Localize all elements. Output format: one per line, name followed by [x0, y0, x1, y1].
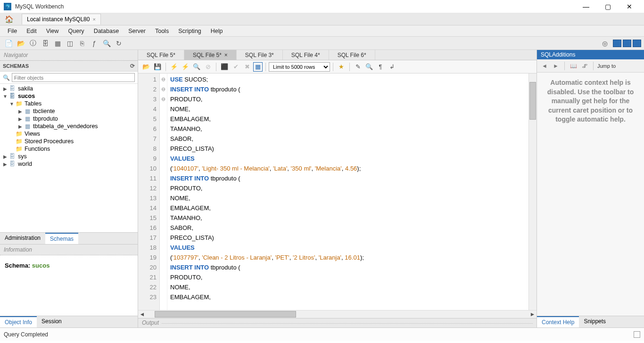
close-icon[interactable]: × — [92, 16, 95, 22]
new-procedure-icon[interactable]: ⎘ — [76, 38, 88, 49]
connection-tab[interactable]: Local instance MySQL80 × — [22, 14, 101, 24]
open-sql-icon[interactable]: 📂 — [15, 38, 26, 49]
search-table-icon[interactable]: 🔍 — [101, 38, 112, 49]
toggle-invisible-icon[interactable]: ¶ — [375, 62, 386, 72]
sql-tab-4[interactable]: SQL File 6* — [329, 50, 375, 60]
scroll-right-icon[interactable]: ► — [528, 311, 537, 318]
inspector-icon[interactable]: ⓘ — [27, 38, 39, 49]
filter-row: 🔍 — [0, 72, 138, 84]
nav-back-icon[interactable]: ◄ — [540, 63, 549, 69]
sql-tab-3[interactable]: SQL File 4* — [283, 50, 329, 60]
tree-item-tbtabela_de_vendedores[interactable]: ▶▦tbtabela_de_vendedores — [0, 122, 138, 130]
refresh-icon[interactable]: ⟳ — [130, 63, 135, 69]
menu-file[interactable]: File — [3, 26, 22, 36]
new-table-icon[interactable]: ▦ — [52, 38, 63, 49]
menu-scripting[interactable]: Scripting — [173, 26, 206, 36]
titlebar: 🐬 MySQL Workbench — ▢ ✕ — [0, 0, 644, 13]
beautify-icon[interactable]: ✎ — [353, 62, 363, 72]
tab-session[interactable]: Session — [37, 316, 66, 327]
new-sql-tab-icon[interactable]: 📄 — [3, 38, 14, 49]
rollback-icon[interactable]: ✖ — [242, 62, 252, 72]
sql-tab-2[interactable]: SQL File 3* — [237, 50, 283, 60]
schemas-label: SCHEMAS — [3, 63, 29, 69]
tree-item-world[interactable]: ▶🗄world — [0, 160, 138, 168]
save-icon[interactable]: 💾 — [152, 62, 163, 72]
layout-left-button[interactable] — [613, 40, 621, 47]
stop-icon[interactable]: ⊘ — [203, 62, 213, 72]
close-icon[interactable]: × — [224, 52, 228, 58]
tree-item-tbcliente[interactable]: ▶▦tbcliente — [0, 107, 138, 115]
jump-to-label[interactable]: Jump to — [597, 63, 616, 69]
scroll-thumb[interactable] — [155, 311, 296, 318]
minimize-button[interactable]: — — [575, 0, 597, 13]
filter-input[interactable] — [12, 73, 135, 82]
layout-bottom-button[interactable] — [623, 40, 631, 47]
settings-icon[interactable]: ◎ — [599, 38, 611, 49]
tree-item-sakila[interactable]: ▶🗄sakila — [0, 85, 138, 92]
editor-toolbar: 📂 💾 ⚡ ⚡ 🔍 ⊘ ⬛ ✔ ✖ ▦ Limit to 5000 rows ★… — [138, 60, 537, 74]
fold-gutter[interactable]: ⊖⊖⊖ — [160, 74, 167, 310]
app-title: MySQL Workbench — [15, 3, 64, 10]
tree-item-views[interactable]: 📁Views — [0, 130, 138, 138]
tree-item-functions[interactable]: 📁Functions — [0, 145, 138, 153]
navigator-title: Navigator — [0, 50, 138, 61]
sql-tab-1[interactable]: SQL File 5*× — [184, 50, 237, 60]
menu-database[interactable]: Database — [89, 26, 124, 36]
schema-tree[interactable]: ▶🗄sakila▼🗄sucos▼📁Tables▶▦tbcliente▶▦tbpr… — [0, 84, 138, 232]
execute-icon[interactable]: ⚡ — [169, 62, 179, 72]
nav-forward-icon[interactable]: ► — [551, 63, 561, 69]
limit-select[interactable]: Limit to 5000 rows — [269, 62, 330, 72]
output-label: Output — [142, 319, 162, 326]
tree-item-sucos[interactable]: ▼🗄sucos — [0, 92, 138, 100]
wrap-icon[interactable]: ↲ — [387, 62, 397, 72]
new-function-icon[interactable]: ƒ — [89, 38, 100, 49]
right-tabs: Context Help Snippets — [537, 316, 644, 327]
maximize-button[interactable]: ▢ — [597, 0, 619, 13]
menu-edit[interactable]: Edit — [22, 26, 41, 36]
open-file-icon[interactable]: 📂 — [141, 62, 151, 72]
explain-icon[interactable]: 🔍 — [191, 62, 202, 72]
info-schema-value: sucos — [32, 262, 50, 269]
execute-current-icon[interactable]: ⚡ — [180, 62, 190, 72]
code-area[interactable]: USE SUCOS;INSERT INTO tbproduto (PRODUTO… — [167, 74, 537, 310]
reconnect-icon[interactable]: ↻ — [113, 38, 124, 49]
tab-object-info[interactable]: Object Info — [0, 316, 37, 327]
tab-schemas[interactable]: Schemas — [45, 233, 78, 244]
close-button[interactable]: ✕ — [619, 0, 640, 13]
tree-item-sys[interactable]: ▶🗄sys — [0, 153, 138, 160]
tab-administration[interactable]: Administration — [0, 233, 45, 244]
navigator-tabs: Administration Schemas — [0, 232, 138, 244]
information-panel: Information Schema: sucos — [0, 244, 138, 316]
toggle-autocommit-icon[interactable]: ⬛ — [219, 62, 230, 72]
sql-tab-0[interactable]: SQL File 5* — [138, 50, 184, 60]
menu-view[interactable]: View — [41, 26, 64, 36]
tree-item-tables[interactable]: ▼📁Tables — [0, 100, 138, 107]
new-schema-icon[interactable]: 🗄 — [40, 38, 51, 49]
status-bar: Query Completed — [0, 327, 644, 341]
tree-item-tbproduto[interactable]: ▶▦tbproduto — [0, 115, 138, 122]
layout-right-button[interactable] — [633, 40, 641, 47]
menu-help[interactable]: Help — [206, 26, 228, 36]
output-bar: Output — [138, 318, 537, 327]
menu-server[interactable]: Server — [124, 26, 150, 36]
favorite-icon[interactable]: ★ — [336, 62, 347, 72]
horizontal-scrollbar[interactable]: ◄ ► — [138, 310, 537, 318]
information-title: Information — [0, 245, 138, 255]
new-view-icon[interactable]: ◫ — [64, 38, 75, 49]
tab-snippets[interactable]: Snippets — [579, 316, 611, 327]
home-icon[interactable]: 🏠 — [4, 14, 14, 24]
tree-item-stored procedures[interactable]: 📁Stored Procedures — [0, 138, 138, 145]
find-icon[interactable]: 🔍 — [364, 62, 374, 72]
menu-query[interactable]: Query — [64, 26, 89, 36]
tab-context-help[interactable]: Context Help — [537, 316, 579, 327]
vertical-scrollbar[interactable] — [528, 74, 537, 310]
toggle-limit-icon[interactable]: ▦ — [253, 62, 263, 72]
search-icon: 🔍 — [3, 74, 10, 81]
manual-help-icon[interactable]: 🖇 — [580, 63, 589, 69]
auto-help-icon[interactable]: 📖 — [569, 63, 578, 69]
scroll-left-icon[interactable]: ◄ — [138, 311, 146, 318]
editor-area[interactable]: 1234567891011121314151617181920212223 ⊖⊖… — [138, 74, 537, 310]
editor-panel: SQL File 5*SQL File 5*×SQL File 3*SQL Fi… — [138, 50, 537, 327]
commit-icon[interactable]: ✔ — [231, 62, 241, 72]
menu-tools[interactable]: Tools — [150, 26, 173, 36]
